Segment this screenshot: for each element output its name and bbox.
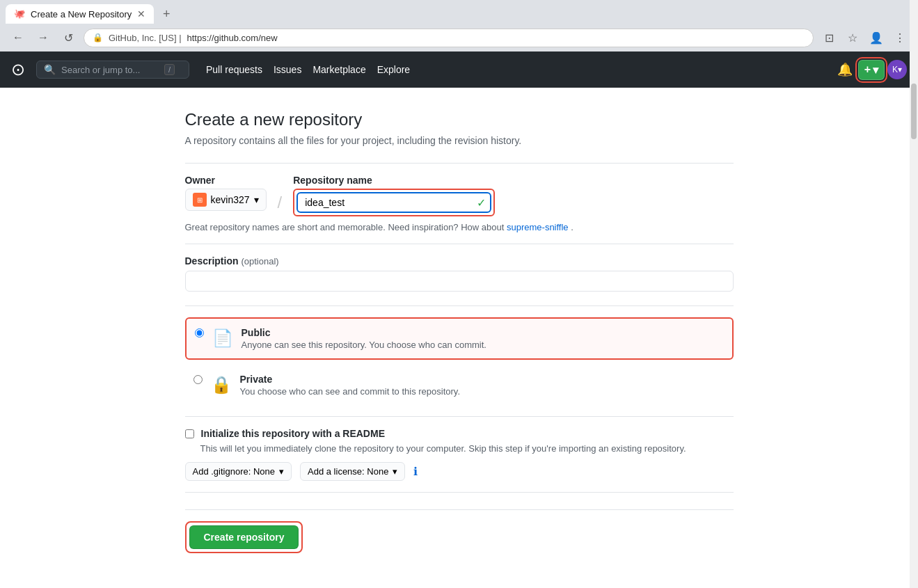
repo-name-group: Repository name ✓ — [293, 175, 495, 216]
license-label: Add a license: None — [308, 466, 388, 477]
repo-name-outline: ✓ — [293, 189, 495, 216]
page-subtitle: A repository contains all the files for … — [185, 135, 734, 146]
private-title: Private — [240, 374, 461, 385]
divider-4 — [185, 416, 734, 417]
plus-icon: + — [864, 63, 871, 76]
repo-name-label: Repository name — [293, 175, 495, 186]
visibility-info-private: Private You choose who can see and commi… — [240, 374, 461, 397]
navbar-actions: 🔔 + ▾ K ▾ — [834, 59, 907, 80]
search-input[interactable] — [61, 65, 159, 75]
address-bar: ← → ↺ 🔒 GitHub, Inc. [US] | https://gith… — [0, 24, 918, 51]
github-logo[interactable]: ⊙ — [11, 60, 25, 79]
private-desc: You choose who can see and commit to thi… — [240, 386, 461, 397]
tab-title: Create a New Repository — [31, 9, 132, 19]
divider-2 — [185, 244, 734, 244]
owner-chevron-icon: ▾ — [254, 194, 259, 205]
visibility-option-private[interactable]: 🔒 Private You choose who can see and com… — [185, 365, 734, 405]
back-button[interactable]: ← — [8, 28, 28, 47]
url-domain: GitHub, Inc. [US] | — [109, 33, 182, 43]
init-readme-label: Initialize this repository with a README — [201, 428, 385, 439]
visibility-options: 📄 Public Anyone can see this repository.… — [185, 317, 734, 405]
description-section: Description (optional) — [185, 255, 734, 292]
search-icon: 🔍 — [44, 64, 56, 75]
github-navbar: ⊙ 🔍 / Pull requests Issues Marketplace E… — [0, 51, 918, 88]
browser-actions: ⊡ ☆ 👤 ⋮ — [819, 28, 910, 47]
notifications-button[interactable]: 🔔 — [834, 59, 855, 80]
public-title: Public — [242, 327, 486, 338]
owner-select[interactable]: ⊞ kevin327 ▾ — [185, 189, 267, 211]
plus-chevron: ▾ — [873, 63, 878, 77]
create-section: Create repository — [185, 509, 734, 553]
repo-name-valid-icon: ✓ — [477, 196, 486, 209]
scrollbar[interactable] — [910, 0, 918, 588]
repo-name-input-wrap: ✓ — [296, 192, 491, 213]
lock-icon: 🔒 — [93, 33, 103, 42]
divider-3 — [185, 305, 734, 306]
active-tab[interactable]: 🐙 Create a New Repository ✕ — [6, 4, 154, 24]
bookmark-button[interactable]: ☆ — [843, 28, 862, 47]
nav-link-issues[interactable]: Issues — [274, 64, 301, 75]
menu-button[interactable]: ⋮ — [890, 28, 910, 47]
visibility-info-public: Public Anyone can see this repository. Y… — [242, 327, 486, 350]
gitignore-label: Add .gitignore: None — [193, 466, 276, 477]
search-bar[interactable]: 🔍 / — [36, 61, 189, 79]
license-chevron-icon: ▾ — [393, 466, 397, 477]
cast-button[interactable]: ⊡ — [819, 28, 839, 47]
owner-name: kevin327 — [211, 194, 250, 205]
owner-repo-row: Owner ⊞ kevin327 ▾ / Repository name ✓ — [185, 175, 734, 216]
tab-close-button[interactable]: ✕ — [137, 8, 145, 19]
main-content: Create a new repository A repository con… — [174, 88, 745, 588]
forward-button[interactable]: → — [33, 28, 53, 47]
create-new-button[interactable]: + ▾ — [858, 60, 885, 80]
dropdown-row: Add .gitignore: None ▾ Add a license: No… — [185, 462, 734, 481]
tab-favicon: 🐙 — [14, 8, 25, 19]
private-icon: 🔒 — [211, 375, 232, 395]
visibility-radio-public[interactable] — [195, 328, 204, 337]
public-desc: Anyone can see this repository. You choo… — [242, 340, 486, 350]
description-input[interactable] — [185, 271, 734, 292]
inspiration-link[interactable]: supreme-sniffle — [507, 222, 569, 232]
owner-icon: ⊞ — [193, 193, 207, 207]
refresh-button[interactable]: ↺ — [58, 28, 78, 47]
inspiration-text: Great repository names are short and mem… — [185, 222, 734, 232]
visibility-radio-private[interactable] — [193, 375, 203, 384]
info-icon[interactable]: ℹ — [413, 465, 418, 478]
scrollbar-thumb[interactable] — [911, 84, 917, 139]
public-icon: 📄 — [212, 328, 233, 348]
nav-link-explore[interactable]: Explore — [377, 64, 410, 75]
repo-name-input[interactable] — [296, 192, 491, 213]
gitignore-dropdown[interactable]: Add .gitignore: None ▾ — [185, 462, 292, 481]
divider-1 — [185, 163, 734, 164]
new-tab-button[interactable]: + — [157, 4, 176, 24]
init-checkbox-row: Initialize this repository with a README — [185, 428, 734, 439]
create-repository-button[interactable]: Create repository — [189, 525, 299, 549]
nav-links: Pull requests Issues Marketplace Explore — [206, 64, 410, 75]
description-label: Description (optional) — [185, 255, 279, 267]
gitignore-chevron-icon: ▾ — [279, 466, 284, 477]
page-title: Create a new repository — [185, 110, 734, 129]
init-readme-desc: This will let you immediately clone the … — [200, 443, 734, 454]
visibility-option-public[interactable]: 📄 Public Anyone can see this repository.… — [185, 317, 734, 360]
url-bar[interactable]: 🔒 GitHub, Inc. [US] | https://github.com… — [84, 29, 814, 47]
owner-label: Owner — [185, 175, 267, 186]
init-readme-checkbox[interactable] — [185, 429, 194, 438]
user-avatar-button[interactable]: K ▾ — [887, 60, 907, 79]
search-kbd: / — [164, 64, 175, 75]
divider-5 — [185, 492, 734, 493]
initialize-section: Initialize this repository with a README… — [185, 428, 734, 481]
browser-chrome: 🐙 Create a New Repository ✕ + ← → ↺ 🔒 Gi… — [0, 0, 918, 51]
nav-link-pull-requests[interactable]: Pull requests — [206, 64, 262, 75]
description-optional: (optional) — [241, 256, 278, 267]
nav-link-marketplace[interactable]: Marketplace — [312, 64, 365, 75]
owner-group: Owner ⊞ kevin327 ▾ — [185, 175, 267, 211]
slash-separator: / — [278, 193, 283, 212]
create-btn-outline: Create repository — [185, 521, 303, 553]
license-dropdown[interactable]: Add a license: None ▾ — [300, 462, 405, 481]
tab-bar: 🐙 Create a New Repository ✕ + — [0, 0, 918, 24]
url-path: https://github.com/new — [187, 33, 278, 43]
profile-button[interactable]: 👤 — [866, 28, 886, 47]
